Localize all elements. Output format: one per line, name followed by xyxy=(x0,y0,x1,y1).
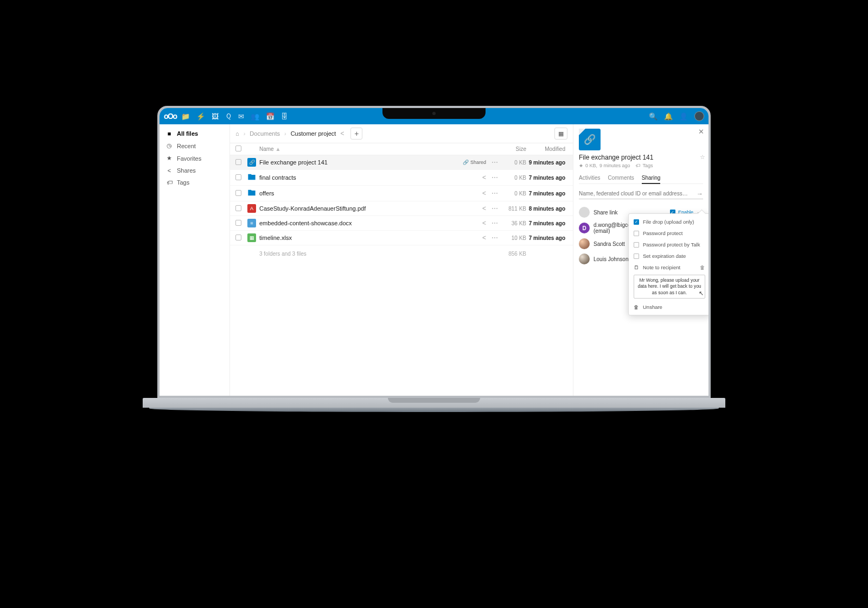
table-row[interactable]: ▦timeline.xlsx<⋯10 KB7 minutes ago xyxy=(230,231,573,245)
col-size[interactable]: Size xyxy=(498,146,526,152)
sidebar-item-all-files[interactable]: ■All files xyxy=(159,128,229,140)
file-list-pane: ⌂ › Documents › Customer project < + ▦ N… xyxy=(230,124,573,396)
mail-app-icon[interactable]: ✉ xyxy=(238,112,244,121)
breadcrumb-share-icon[interactable]: < xyxy=(340,130,344,137)
details-title: File exchange project 141 xyxy=(579,154,703,161)
more-icon[interactable]: ⋯ xyxy=(492,205,498,212)
share-submit-icon[interactable]: → xyxy=(697,190,703,198)
share-icon[interactable]: < xyxy=(482,219,486,227)
details-meta: ★ 0 KB, 9 minutes ago 🏷 Tags xyxy=(579,163,703,168)
details-tabs: Activities Comments Sharing xyxy=(579,173,703,184)
docx-icon: ≡ xyxy=(247,219,256,227)
user-avatar[interactable] xyxy=(694,111,704,121)
app-nav-icons: 📁 ⚡ 🖼 Ｑ ✉ 👥 📅 🗄 xyxy=(181,111,288,121)
share-icon[interactable]: < xyxy=(482,174,486,181)
share-avatar: D xyxy=(579,223,590,233)
col-name[interactable]: Name xyxy=(259,146,274,152)
sidebar-item-favorites[interactable]: ★Favorites xyxy=(159,152,229,164)
file-modified: 7 minutes ago xyxy=(526,191,567,197)
note-textarea[interactable]: Mr Wong, please upload your data here. I… xyxy=(634,275,705,299)
table-row[interactable]: 🔗File exchange project 141🔗 Shared⋯0 KB9… xyxy=(230,155,573,170)
file-size: 10 KB xyxy=(498,235,526,241)
sidebar-item-shares[interactable]: <Shares xyxy=(159,164,229,176)
favorite-star-icon[interactable]: ☆ xyxy=(700,154,705,161)
col-modified[interactable]: Modified xyxy=(526,146,567,152)
share-options-popover: ✓File drop (upload only)Password protect… xyxy=(628,213,709,315)
notifications-icon[interactable]: 🔔 xyxy=(664,112,673,121)
share-avatar xyxy=(579,254,590,264)
details-pane: ✕ 🔗 File exchange project 141 ☆ ★ 0 KB, … xyxy=(573,124,709,396)
select-all-checkbox[interactable] xyxy=(235,145,241,151)
file-modified: 9 minutes ago xyxy=(526,160,567,166)
folder-icon xyxy=(247,173,256,181)
row-checkbox[interactable] xyxy=(235,190,241,196)
row-checkbox[interactable] xyxy=(235,159,241,165)
contacts-app-icon[interactable]: 👥 xyxy=(251,112,259,121)
table-row[interactable]: offers<⋯0 KB7 minutes ago xyxy=(230,186,573,201)
share-icon[interactable]: < xyxy=(482,205,486,212)
clock-icon: ◷ xyxy=(166,142,173,149)
more-icon[interactable]: ⋯ xyxy=(492,234,498,242)
file-name: offers xyxy=(259,190,274,197)
table-header: Name ▲ Size Modified xyxy=(230,143,573,155)
breadcrumb-documents[interactable]: Documents xyxy=(250,130,280,137)
more-icon[interactable]: ⋯ xyxy=(492,219,498,227)
calendar-app-icon[interactable]: 📅 xyxy=(266,112,275,121)
row-checkbox[interactable] xyxy=(235,205,241,211)
more-icon[interactable]: ⋯ xyxy=(492,159,498,166)
view-toggle-button[interactable]: ▦ xyxy=(554,128,567,140)
new-button[interactable]: + xyxy=(350,128,362,140)
checkbox-icon xyxy=(634,231,639,236)
file-size: 0 KB xyxy=(498,175,526,181)
activity-app-icon[interactable]: ⚡ xyxy=(196,112,205,121)
checkbox-icon: ✓ xyxy=(634,219,639,225)
trash-icon[interactable]: 🗑 xyxy=(700,264,705,270)
file-size: 0 KB xyxy=(498,191,526,197)
table-row[interactable]: final contracts<⋯0 KB7 minutes ago xyxy=(230,170,573,186)
sidebar-item-recent[interactable]: ◷Recent xyxy=(159,140,229,152)
laptop-notch xyxy=(382,108,486,119)
breadcrumb-home[interactable]: ⌂ xyxy=(235,130,239,137)
file-name: File exchange project 141 xyxy=(259,159,328,166)
popover-option[interactable]: Password protect by Talk xyxy=(629,239,709,250)
note-icon: 🗒 xyxy=(634,264,639,270)
laptop-base xyxy=(143,398,725,408)
file-size: 36 KB xyxy=(498,220,526,226)
row-checkbox[interactable] xyxy=(235,235,241,240)
talk-app-icon[interactable]: Ｑ xyxy=(225,111,232,121)
unshare-button[interactable]: 🗑Unshare xyxy=(629,301,709,313)
share-icon[interactable]: < xyxy=(482,234,486,242)
table-row[interactable]: ≡embedded-content-showcase.docx<⋯36 KB7 … xyxy=(230,216,573,231)
breadcrumb-current[interactable]: Customer project xyxy=(291,130,336,137)
contacts-icon[interactable]: 👤 xyxy=(679,112,688,121)
gallery-app-icon[interactable]: 🖼 xyxy=(212,112,219,121)
sidebar-item-tags[interactable]: 🏷Tags xyxy=(159,176,229,188)
file-modified: 7 minutes ago xyxy=(526,220,567,226)
file-modified: 7 minutes ago xyxy=(526,235,567,241)
row-checkbox[interactable] xyxy=(235,174,241,180)
cursor-icon: ↖ xyxy=(699,289,704,297)
file-name: timeline.xlsx xyxy=(259,235,292,241)
deck-app-icon[interactable]: 🗄 xyxy=(281,112,288,121)
popover-option[interactable]: ✓File drop (upload only) xyxy=(629,216,709,227)
tag-icon: 🏷 xyxy=(166,179,173,186)
tab-activities[interactable]: Activities xyxy=(579,173,600,183)
more-icon[interactable]: ⋯ xyxy=(492,189,498,197)
more-icon[interactable]: ⋯ xyxy=(492,174,498,181)
list-summary: 3 folders and 3 files 856 KB xyxy=(230,245,573,262)
search-icon[interactable]: 🔍 xyxy=(649,112,658,121)
table-row[interactable]: ACaseStudy-KonradAdenauerStiftung.pdf<⋯8… xyxy=(230,201,573,216)
row-checkbox[interactable] xyxy=(235,220,241,226)
share-search-input[interactable] xyxy=(579,188,697,199)
checkbox-icon xyxy=(634,254,639,259)
share-icon[interactable]: < xyxy=(482,189,486,197)
popover-option[interactable]: Password protect xyxy=(629,227,709,239)
tab-sharing[interactable]: Sharing xyxy=(642,173,660,184)
note-header: 🗒Note to recipient🗑 xyxy=(629,262,709,273)
tab-comments[interactable]: Comments xyxy=(608,173,634,183)
pdf-icon: A xyxy=(247,204,256,213)
files-app-icon[interactable]: 📁 xyxy=(181,112,190,121)
close-icon[interactable]: ✕ xyxy=(698,128,704,136)
popover-option[interactable]: Set expiration date xyxy=(629,250,709,262)
breadcrumb: ⌂ › Documents › Customer project < + ▦ xyxy=(230,124,573,143)
